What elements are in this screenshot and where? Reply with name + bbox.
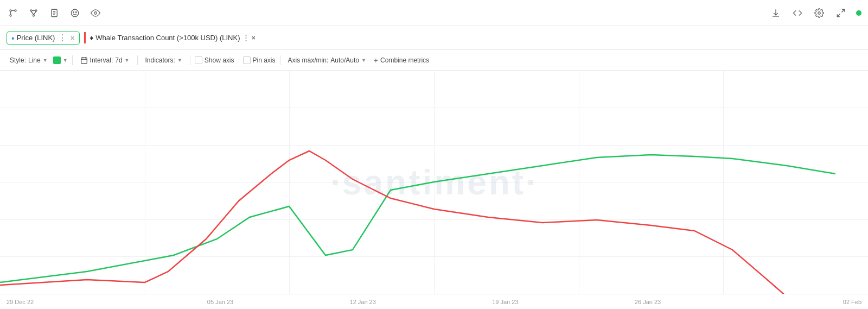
eth-icon-2: ♦ [90, 34, 94, 42]
interval-selector[interactable]: Interval: 7d ▼ [77, 55, 133, 65]
metrics-bar: ♦ Price (LINK) ⋮ × ♦ Whale Transaction C… [0, 26, 868, 50]
svg-point-20 [818, 11, 821, 14]
style-chevron-icon: ▼ [43, 58, 48, 63]
interval-chevron-icon: ▼ [125, 58, 130, 63]
metric-1-close-button[interactable]: × [70, 34, 74, 42]
separator-2 [137, 55, 138, 65]
indicators-label: Indicators: [145, 56, 175, 64]
separator-3 [190, 55, 190, 65]
x-label-1: 05 Jan 23 [149, 299, 292, 305]
metric-1-more-button[interactable]: ⋮ [58, 34, 67, 42]
pin-axis-label: Pin axis [253, 56, 276, 64]
svg-rect-23 [81, 58, 87, 64]
svg-point-16 [73, 11, 74, 12]
code-icon[interactable] [791, 7, 804, 20]
metric-2-close-button[interactable]: × [252, 34, 256, 42]
x-label-5: 02 Feb [719, 299, 861, 305]
show-axis-checkbox-area[interactable]: Show axis [195, 56, 234, 64]
indicators-selector[interactable]: Indicators: ▼ [142, 55, 186, 65]
status-dot [856, 10, 861, 16]
x-label-0: 29 Dec 22 [7, 299, 149, 305]
svg-point-6 [35, 10, 37, 11]
merge-icon[interactable] [27, 7, 40, 20]
metric-2-more-button[interactable]: ⋮ [242, 34, 250, 42]
combine-metrics-button[interactable]: + Combine metrics [374, 56, 429, 65]
svg-line-21 [842, 9, 845, 12]
node-link-icon[interactable] [7, 7, 20, 20]
axis-max-min-selector[interactable]: Axis max/min: Auto/Auto ▼ [285, 55, 369, 65]
top-bar [0, 0, 868, 26]
svg-point-5 [30, 10, 32, 11]
svg-point-17 [76, 11, 77, 12]
svg-line-10 [34, 11, 36, 15]
top-icons-left [7, 7, 769, 20]
chart-svg [0, 71, 868, 294]
show-axis-label: Show axis [205, 56, 234, 64]
x-label-3: 19 Jan 23 [434, 299, 577, 305]
interval-label: Interval: [90, 56, 113, 64]
metric-2-tag[interactable]: ♦ Whale Transaction Count (>100k USD) (L… [84, 32, 260, 43]
x-label-2: 12 Jan 23 [291, 299, 434, 305]
color-picker[interactable] [53, 56, 61, 64]
x-label-4: 26 Jan 23 [577, 299, 719, 305]
interval-icon [80, 56, 88, 64]
axis-max-min-label: Axis max/min: [288, 56, 329, 64]
show-axis-checkbox[interactable] [195, 56, 202, 64]
svg-line-9 [31, 11, 34, 15]
combine-metrics-label: Combine metrics [380, 56, 429, 64]
document-icon[interactable] [48, 7, 61, 20]
chart-area: ·santiment· [0, 71, 868, 294]
indicators-chevron-icon: ▼ [177, 58, 182, 63]
toolbar: Style: Line ▼ ▼ Interval: 7d ▼ Indicator… [0, 50, 868, 71]
top-icons-right [769, 7, 861, 20]
style-value: Line [28, 56, 41, 64]
combine-plus-icon: + [374, 56, 378, 65]
svg-point-7 [33, 15, 35, 16]
style-selector[interactable]: Style: Line ▼ [7, 55, 51, 65]
metric-1-label: Price (LINK) [17, 34, 55, 42]
axis-max-min-value: Auto/Auto [330, 56, 359, 64]
separator-1 [72, 55, 73, 65]
separator-4 [280, 55, 280, 65]
expand-icon[interactable] [834, 7, 847, 20]
svg-point-15 [71, 9, 79, 17]
emoji-icon[interactable] [68, 7, 81, 20]
red-line [0, 151, 846, 294]
eth-icon-1: ♦ [11, 35, 15, 41]
download-icon[interactable] [769, 7, 782, 20]
metric-1-tag[interactable]: ♦ Price (LINK) ⋮ × [7, 31, 80, 45]
style-label: Style: [10, 56, 26, 64]
pin-axis-checkbox[interactable] [243, 56, 251, 64]
svg-point-18 [94, 11, 97, 14]
settings-icon[interactable] [813, 7, 826, 20]
svg-point-0 [10, 15, 11, 16]
eye-icon[interactable] [89, 7, 102, 20]
svg-point-2 [10, 10, 11, 11]
svg-point-1 [15, 10, 16, 11]
interval-value: 7d [115, 56, 122, 64]
pin-axis-checkbox-area[interactable]: Pin axis [243, 56, 276, 64]
green-line [0, 155, 835, 282]
axis-max-min-chevron-icon: ▼ [361, 58, 366, 63]
color-chevron-icon[interactable]: ▼ [63, 58, 68, 63]
x-axis: 29 Dec 22 05 Jan 23 12 Jan 23 19 Jan 23 … [0, 294, 868, 309]
metric-2-label: Whale Transaction Count (>100k USD) (LIN… [95, 34, 240, 42]
svg-line-22 [837, 14, 840, 16]
